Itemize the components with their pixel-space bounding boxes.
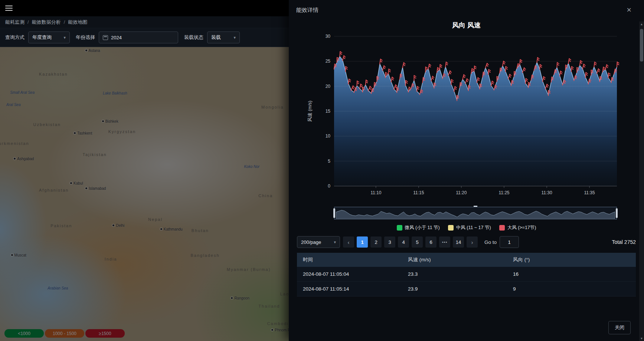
- map-label-country: Kazakhstan: [39, 70, 68, 77]
- map-label-text: Nepal: [148, 217, 163, 222]
- map-label-text: Mongolia: [261, 105, 284, 109]
- map-label-text: Phnom Penh: [275, 328, 289, 332]
- datazoom-center-grip[interactable]: [474, 206, 477, 207]
- datazoom-left-handle[interactable]: [333, 208, 335, 218]
- breadcrumb-item[interactable]: 能耗监测: [5, 19, 24, 26]
- map-label-country: Thailand: [258, 302, 280, 309]
- map-label-city: Rangoon: [231, 296, 249, 300]
- goto-page-input[interactable]: [500, 236, 519, 248]
- map-legend-item: 1000 - 1500: [45, 329, 84, 338]
- map-label-text: Kabul: [73, 181, 83, 185]
- map-label-city: Phnom Penh: [271, 328, 289, 332]
- svg-text:15: 15: [325, 109, 330, 114]
- page-button[interactable]: 4: [398, 236, 409, 248]
- datazoom-preview: [336, 208, 615, 219]
- hamburger-menu-icon[interactable]: [5, 6, 13, 11]
- chart-legend-item[interactable]: 中风 (11 ~ 17 节): [448, 225, 491, 231]
- map-label-country: China: [258, 192, 273, 199]
- datazoom-right-handle[interactable]: [616, 208, 618, 218]
- page-button[interactable]: 5: [412, 236, 423, 248]
- datazoom-slider[interactable]: [334, 207, 617, 219]
- map-label-country: Cambodia: [267, 320, 289, 327]
- table-header-cell: 风向 (°): [507, 253, 636, 267]
- svg-text:11:10: 11:10: [370, 190, 381, 195]
- map-legend-item: ≥1500: [85, 329, 125, 338]
- table-cell: 23.3: [402, 267, 507, 282]
- breadcrumb-item[interactable]: 能效地图: [68, 19, 87, 26]
- chart-title: 风向 风速: [289, 21, 644, 30]
- table-cell: 2024-08-07 11:05:04: [297, 267, 402, 282]
- city-dot-icon: [160, 228, 162, 230]
- year-picker[interactable]: 2024: [99, 32, 178, 43]
- close-button[interactable]: 关闭: [608, 321, 631, 334]
- page-button[interactable]: 6: [425, 236, 437, 248]
- load-status-select[interactable]: 装载 ▾: [207, 32, 240, 43]
- scroll-up-arrow-icon[interactable]: ▲: [639, 21, 644, 27]
- next-page-button[interactable]: ›: [467, 236, 478, 248]
- table-header-cell: 时间: [297, 253, 402, 267]
- close-icon[interactable]: ×: [627, 6, 631, 14]
- chart-legend-item[interactable]: 大风 (>=17节): [499, 225, 536, 231]
- map-label-text: Delhi: [116, 223, 124, 227]
- svg-text:20: 20: [325, 84, 330, 89]
- svg-text:0: 0: [328, 183, 330, 189]
- map-label-text: Islamabad: [89, 186, 106, 191]
- breadcrumb-item[interactable]: 能效数据分析: [32, 19, 61, 26]
- chevron-down-icon: ▾: [334, 240, 336, 245]
- map-label-text: Laos: [280, 292, 289, 296]
- svg-text:风速 (m/s): 风速 (m/s): [307, 101, 313, 122]
- map-label-text: Afghanistan: [39, 188, 69, 192]
- map-label-city: Ashgabad: [14, 157, 34, 161]
- scrollbar-thumb[interactable]: [640, 29, 643, 62]
- city-dot-icon: [85, 49, 87, 51]
- legend-swatch: [397, 225, 402, 231]
- map-label-text: Arabian Sea: [48, 286, 68, 290]
- map-label-country: Laos: [280, 290, 289, 297]
- scroll-down-arrow-icon[interactable]: ▼: [639, 336, 644, 341]
- page-button[interactable]: 14: [453, 236, 464, 248]
- chart-legend: 微风 (小于 11 节)中风 (11 ~ 17 节)大风 (>=17节): [305, 225, 628, 231]
- table-cell: 9: [507, 282, 636, 297]
- filter-bar: 查询方式 年度查询 ▾ 年份选择 2024 装载状态 装载 ▾: [0, 28, 289, 47]
- map-label-text: Uzbekistan: [33, 122, 61, 127]
- energy-map[interactable]: AstanaKazakhstanSmall Aral SeaAral SeaLa…: [0, 47, 289, 341]
- table-row: 2024-08-07 11:05:0423.316: [297, 267, 636, 282]
- svg-text:25: 25: [325, 59, 330, 64]
- map-legend-item: <1000: [4, 329, 44, 338]
- prev-page-button[interactable]: ‹: [343, 236, 354, 248]
- table-header-cell: 风速 (m/s): [402, 253, 507, 267]
- map-label-country: Afghanistan: [39, 186, 69, 193]
- map-label-text: India: [105, 257, 117, 261]
- vertical-scrollbar[interactable]: ▲ ▼: [639, 21, 644, 341]
- map-label-city: Kathmandu: [160, 227, 183, 231]
- page-buttons: ‹123456•••14›: [343, 236, 478, 248]
- city-dot-icon: [102, 120, 104, 122]
- page-button[interactable]: 2: [370, 236, 382, 248]
- query-mode-select[interactable]: 年度查询 ▾: [28, 32, 70, 43]
- map-label-text: Tashkent: [77, 131, 92, 135]
- chart-legend-item[interactable]: 微风 (小于 11 节): [397, 225, 440, 231]
- map-label-city: Delhi: [112, 223, 124, 227]
- map-label-text: Kyrgyzstan: [108, 129, 136, 134]
- city-dot-icon: [74, 132, 76, 134]
- map-label-country: Tajikistan: [83, 151, 107, 158]
- page-button[interactable]: 1: [357, 236, 368, 248]
- map-label-country: Myanmar (Burma): [227, 266, 271, 272]
- more-pages-icon[interactable]: •••: [439, 236, 450, 248]
- table-header-row: 时间风速 (m/s)风向 (°): [297, 253, 636, 267]
- map-label-text: Bishkek: [105, 119, 118, 123]
- table-cell: 23.9: [402, 282, 507, 297]
- pagination-bar: 200/page ▾ ‹123456•••14› Go to Total 275…: [289, 236, 644, 248]
- city-dot-icon: [14, 158, 16, 160]
- svg-text:11:25: 11:25: [498, 190, 509, 195]
- page-button[interactable]: 3: [384, 236, 395, 248]
- legend-label: 中风 (11 ~ 17 节): [456, 225, 491, 231]
- map-label-city: Kabul: [70, 181, 83, 185]
- load-status-value: 装载: [211, 34, 221, 41]
- map-label-country: India: [105, 255, 117, 262]
- table-cell: 2024-08-07 11:05:14: [297, 282, 402, 297]
- svg-text:11:30: 11:30: [541, 190, 552, 195]
- calendar-icon: [103, 35, 108, 40]
- map-labels-layer: AstanaKazakhstanSmall Aral SeaAral SeaLa…: [0, 47, 289, 341]
- page-size-select[interactable]: 200/page ▾: [297, 236, 340, 248]
